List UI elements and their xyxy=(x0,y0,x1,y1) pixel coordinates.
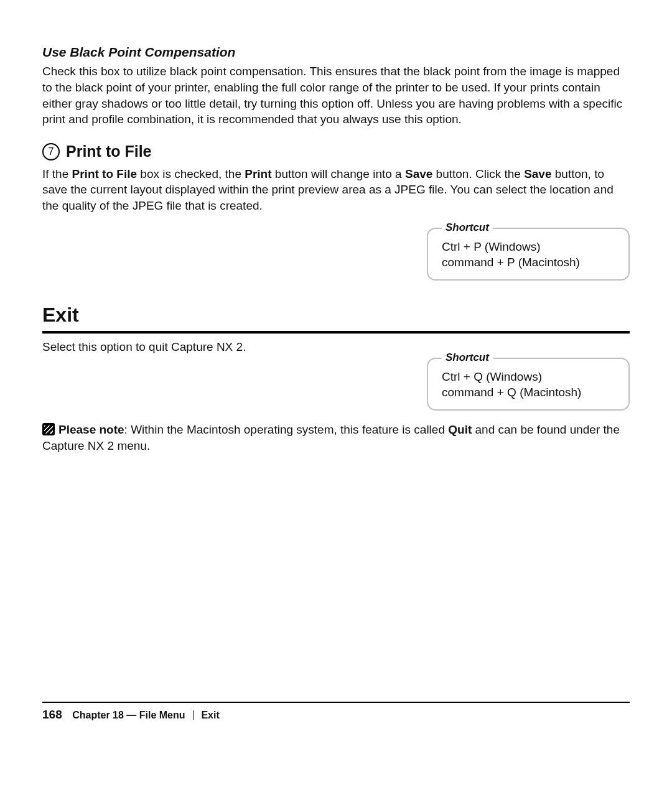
heading-exit: Exit xyxy=(42,302,630,333)
shortcut-box-exit: Shortcut Ctrl + Q (Windows) command + Q … xyxy=(427,358,630,411)
shortcut-print-wrap: Shortcut Ctrl + P (Windows) command + P … xyxy=(42,228,630,281)
shortcut-line-mac: command + P (Macintosh) xyxy=(442,254,615,271)
note-lead: Please note xyxy=(58,423,124,436)
divider xyxy=(42,333,630,334)
text-bold: Print to File xyxy=(72,167,138,180)
subheading-black-point: Use Black Point Compensation xyxy=(42,44,630,61)
footer-section: Exit xyxy=(201,710,219,720)
heading-print-to-file-text: Print to File xyxy=(66,141,152,162)
heading-print-to-file: 7 Print to File xyxy=(42,141,630,162)
manual-page: Use Black Point Compensation Check this … xyxy=(0,0,672,790)
paragraph-please-note: Please note: Within the Macintosh operat… xyxy=(42,422,630,453)
paragraph-print-to-file: If the Print to File box is checked, the… xyxy=(42,166,630,214)
text-fragment: : Within the Macintosh operating system,… xyxy=(124,423,449,436)
footer-separator-icon xyxy=(193,710,194,720)
text-bold: Print xyxy=(245,167,271,180)
text-fragment: button. Click the xyxy=(432,167,524,180)
shortcut-exit-wrap: Shortcut Ctrl + Q (Windows) command + Q … xyxy=(42,358,630,411)
shortcut-line-windows: Ctrl + Q (Windows) xyxy=(442,369,615,385)
shortcut-line-windows: Ctrl + P (Windows) xyxy=(442,239,615,255)
shortcut-line-mac: command + Q (Macintosh) xyxy=(442,384,615,401)
text-fragment: button will change into a xyxy=(272,167,405,180)
text-bold: Save xyxy=(524,167,551,180)
text-bold: Quit xyxy=(448,423,472,436)
paragraph-black-point: Check this box to utilize black point co… xyxy=(42,63,630,128)
page-number: 168 xyxy=(42,708,62,721)
shortcut-label: Shortcut xyxy=(442,351,493,365)
paragraph-exit: Select this option to quit Capture NX 2. xyxy=(42,339,630,355)
text-fragment: If the xyxy=(42,167,72,180)
shortcut-label: Shortcut xyxy=(442,221,493,235)
numbered-badge-icon: 7 xyxy=(42,143,60,160)
shortcut-box-print: Shortcut Ctrl + P (Windows) command + P … xyxy=(427,228,630,281)
note-icon xyxy=(42,423,55,435)
text-bold: Save xyxy=(405,167,432,180)
text-fragment: box is checked, the xyxy=(137,167,245,180)
footer-chapter: Chapter 18 — File Menu xyxy=(72,710,185,720)
page-footer: 168 Chapter 18 — File Menu Exit xyxy=(42,702,630,723)
